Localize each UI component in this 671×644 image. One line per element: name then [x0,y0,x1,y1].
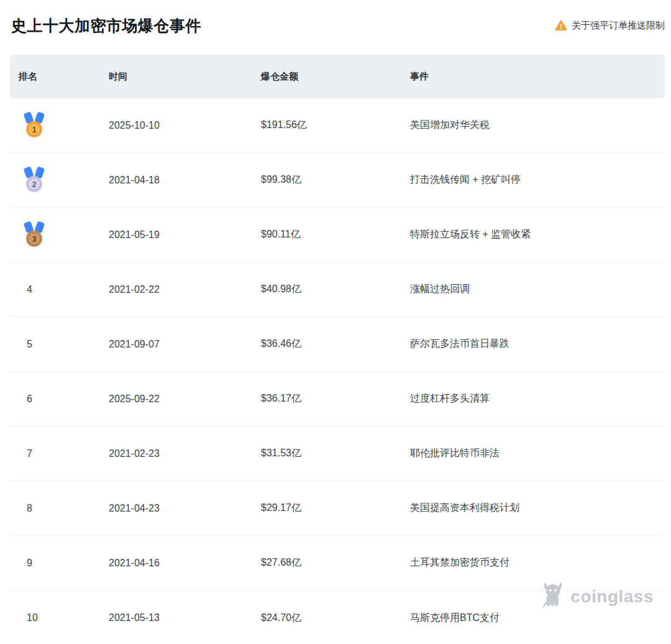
time-cell: 2021-04-16 [109,558,261,569]
rank-number: 8 [19,503,32,514]
amount-cell: $36.17亿 [261,392,410,405]
svg-text:3: 3 [32,234,36,243]
amount-cell: $27.68亿 [261,556,410,569]
time-cell: 2021-02-22 [109,284,261,295]
warning-icon [555,19,567,32]
silver-medal-icon: 2 [21,166,48,195]
event-cell: 美国提高资本利得税计划 [410,502,665,515]
amount-cell: $99.38亿 [261,173,410,186]
amount-cell: $191.56亿 [261,119,410,132]
liquidation-notice-link[interactable]: 关于强平订单推送限制 [555,19,665,32]
table-row: 2 2021-04-18 $99.38亿 打击洗钱传闻 + 挖矿叫停 [10,153,665,208]
liquidation-table: 排名 时间 爆仓金额 事件 1 2025-10-10 $191.56亿 美国增加… [10,55,665,644]
column-header-event: 事件 [410,71,665,83]
time-cell: 2025-09-22 [109,393,261,405]
time-cell: 2021-05-19 [109,229,261,241]
time-cell: 2021-04-23 [109,503,261,514]
rank-cell: 9 [19,558,109,569]
amount-cell: $90.11亿 [261,228,410,241]
amount-cell: $31.53亿 [261,447,410,460]
rank-number: 5 [19,339,32,350]
rank-cell: 7 [19,448,109,459]
rank-cell: 4 [19,284,109,295]
amount-cell: $29.17亿 [261,502,410,515]
rank-cell: 2 [19,166,109,195]
notice-label: 关于强平订单推送限制 [572,20,665,32]
event-cell: 美国增加对华关税 [410,119,665,132]
column-header-rank: 排名 [19,71,109,83]
table-header-row: 排名 时间 爆仓金额 事件 [10,55,665,98]
table-row: 5 2021-09-07 $36.46亿 萨尔瓦多法币首日暴跌 [10,317,665,372]
table-body: 1 2025-10-10 $191.56亿 美国增加对华关税 2 2021-04… [10,98,665,644]
svg-text:1: 1 [32,124,36,134]
event-cell: 过度杠杆多头清算 [410,392,665,405]
rank-cell: 8 [19,503,109,514]
time-cell: 2021-04-18 [109,175,261,186]
event-cell: 特斯拉立场反转 + 监管收紧 [410,228,665,241]
rank-cell: 5 [19,339,109,350]
event-cell: 耶伦批评比特币非法 [410,447,665,460]
table-row: 8 2021-04-23 $29.17亿 美国提高资本利得税计划 [10,481,665,536]
event-cell: 萨尔瓦多法币首日暴跌 [410,338,665,351]
column-header-time: 时间 [109,71,261,83]
amount-cell: $40.98亿 [261,283,410,296]
bronze-medal-icon: 3 [21,221,48,249]
time-cell: 2021-09-07 [109,339,261,350]
table-row: 7 2021-02-23 $31.53亿 耶伦批评比特币非法 [10,426,665,481]
event-cell: 马斯克停用BTC支付 [410,612,665,625]
amount-cell: $36.46亿 [261,338,410,351]
rank-number: 7 [19,448,32,459]
time-cell: 2021-02-23 [109,448,261,459]
time-cell: 2021-05-13 [109,612,261,623]
rank-number: 9 [19,558,32,569]
event-cell: 涨幅过热回调 [410,283,665,296]
gold-medal-icon: 1 [21,111,48,140]
rank-cell: 1 [19,111,109,140]
table-row: 6 2025-09-22 $36.17亿 过度杠杆多头清算 [10,372,665,426]
rank-number: 10 [19,612,38,623]
rank-cell: 6 [19,393,109,405]
svg-text:2: 2 [32,179,36,188]
rank-cell: 10 [19,612,109,623]
table-row: 9 2021-04-16 $27.68亿 土耳其禁加密货币支付 [10,536,665,591]
page-header: 史上十大加密市场爆仓事件 关于强平订单推送限制 [0,0,671,55]
table-row: 1 2025-10-10 $191.56亿 美国增加对华关税 [10,98,665,153]
table-row: 3 2021-05-19 $90.11亿 特斯拉立场反转 + 监管收紧 [10,208,665,262]
rank-cell: 3 [19,221,109,249]
column-header-amount: 爆仓金额 [261,71,410,83]
rank-number: 6 [19,393,32,405]
table-row: 4 2021-02-22 $40.98亿 涨幅过热回调 [10,262,665,317]
page-title: 史上十大加密市场爆仓事件 [11,16,201,36]
rank-number: 4 [19,284,32,295]
amount-cell: $24.70亿 [261,612,410,625]
time-cell: 2025-10-10 [109,120,261,131]
event-cell: 土耳其禁加密货币支付 [410,556,665,569]
event-cell: 打击洗钱传闻 + 挖矿叫停 [410,173,665,186]
table-row: 10 2021-05-13 $24.70亿 马斯克停用BTC支付 [10,591,665,644]
